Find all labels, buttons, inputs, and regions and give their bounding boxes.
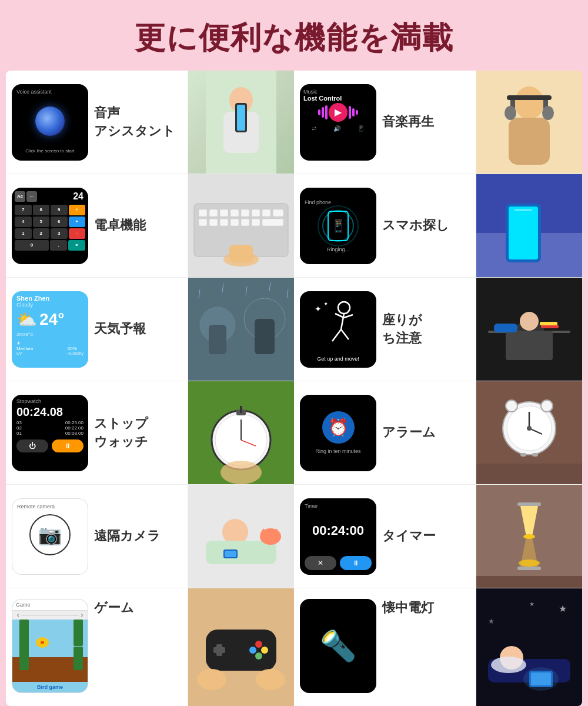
calc-7[interactable]: 7 bbox=[15, 205, 32, 215]
camera-icon: 📷 bbox=[29, 514, 71, 555]
weather-temp: 24° bbox=[39, 310, 64, 329]
grid-row-3: Shen Zhen Cloudy ⛅ 24° 20/28°C ☀ Medium … bbox=[6, 278, 582, 381]
calc-6[interactable]: 6 bbox=[51, 217, 68, 227]
calc-0[interactable]: 0 bbox=[15, 240, 49, 251]
woman-phone-svg bbox=[206, 71, 276, 174]
svg-rect-20 bbox=[252, 209, 260, 217]
svg-line-54 bbox=[344, 315, 353, 318]
calc-dot[interactable]: . bbox=[50, 240, 67, 251]
svg-point-104 bbox=[249, 647, 256, 654]
svg-rect-101 bbox=[213, 647, 225, 653]
calc-8[interactable]: 8 bbox=[33, 205, 50, 215]
calc-2[interactable]: 2 bbox=[33, 228, 50, 239]
stopwatch-label: ストップウォッチ bbox=[94, 415, 182, 451]
svg-rect-16 bbox=[209, 209, 218, 217]
svg-rect-84 bbox=[206, 541, 276, 564]
keyboard-svg bbox=[188, 174, 294, 277]
music-woman-svg bbox=[476, 71, 582, 174]
bird-icon bbox=[36, 637, 49, 648]
timer-screen: Timer 00:24:00 ✕ ⏸ bbox=[300, 498, 376, 575]
flashlight-label: 懐中電灯 bbox=[382, 599, 470, 617]
va-label: Voice assistant bbox=[16, 89, 83, 95]
calc-display: 24 bbox=[71, 190, 85, 203]
cell-getup: ✦ ✦ Get up and move! 座りがち注意 bbox=[294, 278, 476, 381]
svg-point-114 bbox=[523, 667, 559, 691]
grid-row-4: Stopwatch 00:24.08 0300:25.00 0200:22.00… bbox=[6, 381, 582, 485]
calc-4[interactable]: 4 bbox=[15, 217, 32, 227]
weather-uv-container: ☀ Medium UV bbox=[16, 341, 33, 355]
svg-point-47 bbox=[338, 302, 350, 314]
humidity-label: Humidity bbox=[68, 351, 83, 355]
stopwatch-svg bbox=[188, 381, 294, 484]
voice-assistant-screen: Voice assistant Click the screen to star… bbox=[12, 84, 88, 161]
photo-sleeping-woman bbox=[188, 485, 294, 588]
svg-rect-60 bbox=[494, 324, 517, 332]
svg-rect-67 bbox=[240, 406, 242, 413]
timer-cancel-btn[interactable]: ✕ bbox=[305, 556, 336, 570]
svg-point-106 bbox=[197, 669, 226, 690]
stopwatch-screen: Stopwatch 00:24.08 0300:25.00 0200:22.00… bbox=[12, 395, 88, 471]
grid-row-5: Remote camera 📷 遠隔カメラ bbox=[6, 485, 582, 588]
svg-point-103 bbox=[261, 647, 268, 654]
svg-point-95 bbox=[523, 534, 535, 539]
cell-music: Music Lost Control ▶ ⇌ 🔊 📱 音楽再生 bbox=[294, 71, 476, 174]
clock-svg bbox=[476, 381, 582, 484]
calc-plus[interactable]: + bbox=[69, 217, 86, 227]
wave-bar-6 bbox=[356, 110, 358, 115]
alarm-label-text: アラーム bbox=[382, 424, 470, 442]
game-title: Game bbox=[12, 600, 88, 611]
svg-point-76 bbox=[527, 426, 532, 431]
svg-point-111 bbox=[491, 657, 526, 673]
cell-voice-assistant: Voice assistant Click the screen to star… bbox=[6, 71, 188, 174]
calc-div[interactable]: ÷ bbox=[69, 205, 86, 215]
svg-text:★: ★ bbox=[488, 617, 495, 625]
svg-rect-10 bbox=[507, 95, 552, 100]
stopwatch-reset-btn[interactable]: ⏻ bbox=[16, 439, 48, 452]
stopwatch-pause-btn[interactable]: ⏸ bbox=[52, 439, 83, 452]
calc-9[interactable]: 9 bbox=[51, 205, 68, 215]
calc-1[interactable]: 1 bbox=[15, 228, 32, 239]
cell-weather: Shen Zhen Cloudy ⛅ 24° 20/28°C ☀ Medium … bbox=[6, 278, 188, 381]
game-nav: ‹ › bbox=[12, 611, 88, 620]
calculator-label: 電卓機能 bbox=[94, 217, 182, 235]
grid-row-6: Game ‹ › Bird game bbox=[6, 588, 582, 706]
svg-rect-24 bbox=[209, 219, 218, 226]
lap-1: 0300:25.00 bbox=[16, 420, 83, 425]
svg-rect-39 bbox=[209, 325, 226, 354]
weather-screen: Shen Zhen Cloudy ⛅ 24° 20/28°C ☀ Medium … bbox=[12, 291, 88, 368]
timer-buttons: ✕ ⏸ bbox=[305, 556, 372, 570]
game-area bbox=[12, 620, 88, 682]
game-label: ゲーム bbox=[94, 599, 182, 617]
calc-eq[interactable]: = bbox=[68, 240, 85, 251]
calc-ac-btn[interactable]: Ac bbox=[15, 191, 25, 202]
weather-label: 天気予報 bbox=[94, 320, 182, 338]
svg-rect-29 bbox=[262, 219, 283, 226]
remote-camera-title: Remote camera bbox=[17, 504, 55, 509]
music-play-btn[interactable]: ▶ bbox=[329, 103, 348, 122]
wave-bar-2 bbox=[322, 107, 324, 118]
svg-rect-36 bbox=[514, 209, 532, 211]
getup-label: Get up and move! bbox=[317, 356, 359, 362]
svg-point-70 bbox=[220, 461, 262, 484]
features-grid: Voice assistant Click the screen to star… bbox=[6, 71, 582, 706]
flashlight-icon: 🔦 bbox=[320, 629, 356, 663]
svg-rect-15 bbox=[199, 209, 207, 217]
calc-5[interactable]: 5 bbox=[33, 217, 50, 227]
alarm-screen: ⏰ Ring in ten minutes bbox=[300, 395, 376, 471]
calc-3[interactable]: 3 bbox=[51, 228, 68, 239]
svg-rect-26 bbox=[230, 219, 239, 226]
game-bottom-label: Bird game bbox=[12, 682, 88, 692]
bird-beak bbox=[41, 641, 44, 644]
calc-minus[interactable]: - bbox=[69, 228, 86, 239]
stopwatch-buttons: ⏻ ⏸ bbox=[16, 439, 83, 452]
wave-bar-3 bbox=[325, 105, 328, 119]
calc-back-btn[interactable]: ← bbox=[26, 191, 37, 202]
game-left-arrow[interactable]: ‹ bbox=[15, 612, 21, 618]
svg-rect-41 bbox=[255, 319, 275, 354]
weather-range: 20/28°C bbox=[16, 332, 83, 337]
game-right-arrow[interactable]: › bbox=[79, 612, 85, 618]
svg-point-78 bbox=[541, 400, 553, 412]
svg-rect-28 bbox=[252, 219, 260, 226]
photo-music-woman bbox=[476, 71, 582, 174]
timer-pause-btn[interactable]: ⏸ bbox=[340, 556, 372, 570]
